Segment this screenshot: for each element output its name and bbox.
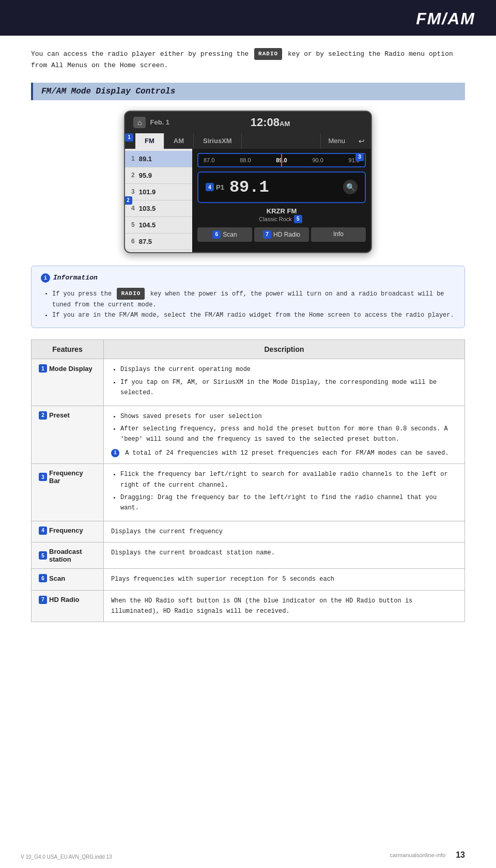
intro-paragraph: You can access the radio player either b… xyxy=(31,48,465,71)
desc-hd-radio: When the HD Radio soft button is ON (the… xyxy=(104,590,465,622)
scan-button[interactable]: 6Scan xyxy=(197,227,252,242)
badge-row7: 7 xyxy=(39,596,47,604)
preset-item-5[interactable]: 5104.5 xyxy=(125,217,192,234)
table-row-mode-display: 1 Mode Display Displays the current oper… xyxy=(32,359,465,406)
desc-preset: Shows saved presets for user selection A… xyxy=(104,406,465,464)
preset-item-1[interactable]: 189.1 xyxy=(125,151,192,167)
badge-row2: 2 xyxy=(39,411,47,420)
page-title: FM/AM xyxy=(416,9,475,28)
table-col-description: Description xyxy=(104,340,465,359)
table-row-scan: 6 Scan Plays frequencies with superior r… xyxy=(32,569,465,590)
brand-tag: carmanualsonline-info xyxy=(390,852,446,858)
radio-badge-inline: RADIO xyxy=(117,288,145,300)
section-heading: FM/AM Mode Display Controls xyxy=(31,83,465,100)
table-row-preset: 2 Preset Shows saved presets for user se… xyxy=(32,406,465,464)
preset-label: P1 xyxy=(216,183,224,191)
badge-6-overlay: 6 xyxy=(212,230,221,239)
badge-row5: 5 xyxy=(39,551,47,560)
page-footer: carmanualsonline-info 13 xyxy=(390,850,465,860)
footer-file-info: V 10_G4.0 USA_EU AVN_QRG.indd 13 xyxy=(21,854,112,860)
desc-scan: Plays frequencies with superior receptio… xyxy=(104,569,465,590)
badge-1: 1 xyxy=(125,133,133,142)
preset-item-3[interactable]: 3101.9 xyxy=(125,184,192,200)
feature-frequency: 4 Frequency xyxy=(39,526,96,535)
badge-4-overlay: 4 xyxy=(206,183,214,191)
radio-buttons: 6Scan 7HD Radio Info xyxy=(197,227,366,242)
badge-row6: 6 xyxy=(39,574,47,582)
feature-scan: 6 Scan xyxy=(39,574,96,582)
feature-preset: 2 Preset xyxy=(39,411,96,420)
info-icon: i xyxy=(41,273,50,283)
station-info: KRZR FM Classic Rock 5 xyxy=(197,207,366,223)
table-row-hd-radio: 7 HD Radio When the HD Radio soft button… xyxy=(32,590,465,622)
desc-mode-display: Displays the current operating mode If y… xyxy=(104,359,465,406)
feature-hd-radio: 7 HD Radio xyxy=(39,596,96,604)
station-name: KRZR FM xyxy=(197,207,366,215)
badge-3-overlay: 3 xyxy=(355,153,364,161)
frequency-display: 4 P1 89.1 🔍 xyxy=(197,172,366,203)
back-button[interactable]: ↩ xyxy=(352,133,371,149)
radio-top-bar: ⌂ Feb. 1 12:08AM xyxy=(125,112,371,133)
feature-mode-display: 1 Mode Display xyxy=(39,364,96,373)
badge-2: 2 xyxy=(124,196,132,205)
radio-mockup: ⌂ Feb. 1 12:08AM 1 FM AM SiriusXM Menu ↩… xyxy=(124,111,372,253)
station-genre: Classic Rock 5 xyxy=(197,215,366,223)
preset-item-6[interactable]: 687.5 xyxy=(125,234,192,250)
frequency-number: 89.1 xyxy=(229,178,269,197)
table-row-frequency: 4 Frequency Displays the current frequen… xyxy=(32,521,465,542)
info-bullet-1: If you press the RADIO key when the powe… xyxy=(52,288,455,310)
frequency-bar[interactable]: 3 87.0 88.0 89.0 90.0 91.0 xyxy=(197,153,366,167)
radio-modes: 1 FM AM SiriusXM Menu ↩ xyxy=(125,133,371,149)
badge-5-overlay: 5 xyxy=(294,215,302,223)
mode-siriusxm[interactable]: SiriusXM xyxy=(194,133,242,149)
home-icon: ⌂ xyxy=(133,117,146,128)
hd-radio-button[interactable]: 7HD Radio xyxy=(254,227,309,242)
table-row-freq-bar: 3 Frequency Bar Flick the frequency bar … xyxy=(32,464,465,521)
badge-row1: 1 xyxy=(39,364,47,373)
mode-fm[interactable]: FM xyxy=(135,133,164,149)
info-button[interactable]: Info xyxy=(311,227,366,242)
feature-freq-bar: 3 Frequency Bar xyxy=(39,469,96,485)
preset-item-4[interactable]: 4103.5 xyxy=(125,200,192,217)
mode-am[interactable]: AM xyxy=(164,133,194,149)
intro-text1: You can access the radio player either b… xyxy=(31,50,249,58)
page-number: 13 xyxy=(456,850,465,860)
table-row-broadcast: 5 Broadcast station Displays the current… xyxy=(32,542,465,569)
desc-broadcast: Displays the current broadcast station n… xyxy=(104,542,465,569)
info-bullet-2: If you are in the FM/AM mode, select the… xyxy=(52,310,455,320)
menu-button[interactable]: Menu xyxy=(320,133,352,149)
desc-frequency: Displays the current frequency xyxy=(104,521,465,542)
radio-main: 3 87.0 88.0 89.0 90.0 91.0 4 P1 89.1 🔍 xyxy=(192,149,371,252)
info-box: i Information If you press the RADIO key… xyxy=(31,266,465,328)
desc-freq-bar: Flick the frequency bar left/right to se… xyxy=(104,464,465,521)
info-box-title: i Information xyxy=(41,273,455,283)
badge-row4: 4 xyxy=(39,526,47,535)
search-icon[interactable]: 🔍 xyxy=(343,180,358,194)
page-header: FM/AM xyxy=(0,0,496,36)
radio-badge: RADIO xyxy=(254,48,282,60)
info-box-list: If you press the RADIO key when the powe… xyxy=(41,288,455,320)
badge-7-overlay: 7 xyxy=(263,230,271,239)
radio-date: Feb. 1 xyxy=(150,118,169,126)
preset-item-2[interactable]: 295.9 xyxy=(125,167,192,184)
badge-row3: 3 xyxy=(39,473,47,481)
radio-body: 2 189.1 295.9 3101.9 4103.5 5104.5 687.5 xyxy=(125,149,371,252)
feature-broadcast: 5 Broadcast station xyxy=(39,548,96,563)
features-table: Features Description 1 Mode Display Disp… xyxy=(31,339,465,622)
radio-time: 12:08AM xyxy=(251,116,290,129)
freq-bar-line xyxy=(281,154,282,166)
preset-list: 2 189.1 295.9 3101.9 4103.5 5104.5 687.5 xyxy=(125,149,192,252)
info-icon-preset: i xyxy=(111,449,119,457)
table-col-features: Features xyxy=(32,340,104,359)
